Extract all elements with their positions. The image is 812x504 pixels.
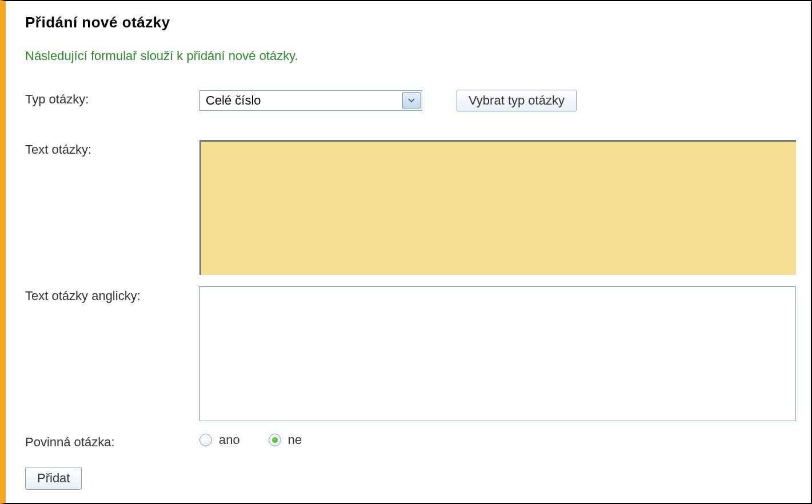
mandatory-yes-label: ano: [219, 433, 240, 447]
submit-button[interactable]: Přidat: [25, 467, 82, 490]
label-mandatory: Povinná otázka:: [25, 433, 199, 450]
row-mandatory: Povinná otázka: ano ne: [25, 433, 796, 450]
mandatory-radio-no[interactable]: ne: [269, 433, 302, 447]
mandatory-no-label: ne: [288, 433, 302, 447]
question-text-cz-input[interactable]: [199, 140, 796, 275]
select-question-type-button[interactable]: Vybrat typ otázky: [457, 90, 577, 111]
radio-icon: [199, 434, 212, 446]
page-title: Přidání nové otázky: [25, 14, 796, 31]
question-text-en-input[interactable]: [199, 286, 796, 421]
label-text-cz: Text otázky:: [25, 140, 199, 157]
row-text-en: Text otázky anglicky:: [25, 286, 796, 421]
row-submit: Přidat: [25, 467, 796, 490]
chevron-down-icon[interactable]: [402, 92, 421, 109]
mandatory-radio-yes[interactable]: ano: [199, 433, 240, 447]
radio-icon: [269, 434, 281, 446]
row-question-type: Typ otázky: Celé číslo Vybrat typ otázky: [25, 90, 796, 111]
row-text-cz: Text otázky:: [25, 140, 796, 275]
mandatory-radio-group: ano ne: [199, 433, 302, 447]
label-question-type: Typ otázky:: [25, 90, 199, 107]
intro-text: Následující formulař slouží k přidání no…: [25, 49, 796, 63]
label-text-en: Text otázky anglicky:: [25, 286, 199, 303]
question-type-selected: Celé číslo: [206, 93, 261, 108]
form-panel: Přidání nové otázky Následující formulař…: [0, 0, 812, 504]
question-type-select[interactable]: Celé číslo: [199, 90, 422, 111]
